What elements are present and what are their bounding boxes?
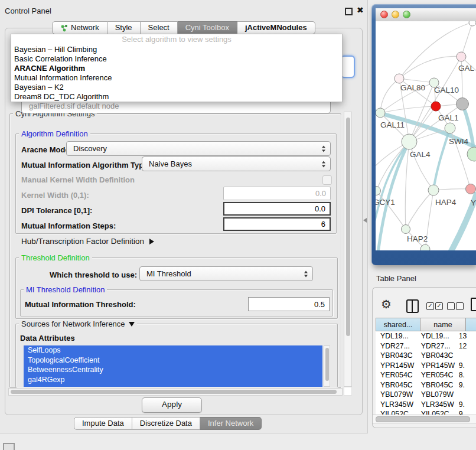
aracne-mode-combo[interactable]: Discovery: [66, 141, 331, 156]
node-label-gal1: GAL1: [438, 113, 459, 122]
table-row[interactable]: YLR345WYLR345W9.: [376, 400, 476, 410]
select-all-checkbox-icon[interactable]: ✓: [435, 302, 443, 310]
gear-icon[interactable]: ⚙: [381, 297, 392, 311]
network-node[interactable]: [467, 147, 476, 161]
tab-impute-data[interactable]: Impute Data: [74, 417, 132, 430]
tab-label: Impute Data: [82, 417, 124, 430]
table-cell: YBR045C: [415, 381, 455, 389]
network-node-gal4[interactable]: [402, 134, 417, 149]
hub-definition-label: Hub/Transcription Factor Definition: [21, 237, 144, 246]
data-attribute-item-gal4rgexp[interactable]: gal4RGexp: [24, 375, 322, 385]
deselect-all-checkbox-icon[interactable]: [456, 302, 464, 310]
traffic-zoom-button[interactable]: [403, 11, 410, 18]
algorithm-option-bayesian-k2[interactable]: Bayesian – K2: [11, 83, 342, 92]
mi-steps-input[interactable]: 6: [223, 217, 331, 231]
tab-discretize-data[interactable]: Discretize Data: [132, 417, 200, 430]
float-window-icon[interactable]: [345, 8, 353, 15]
node-label-gal4: GAL4: [410, 150, 431, 159]
tab-infer-network[interactable]: Infer Network: [200, 417, 262, 430]
algorithm-option-mutual-information-inference[interactable]: Mutual Information Inference: [11, 73, 342, 83]
settings-hscrollbar[interactable]: [8, 388, 343, 396]
traffic-close-button[interactable]: [380, 11, 388, 18]
network-node-gcy1[interactable]: [376, 187, 381, 195]
mi-threshold-group-label: MI Threshold Definition: [24, 285, 107, 294]
select-all-checkbox-icon[interactable]: ✓: [426, 302, 434, 310]
algorithm-option-bayesian-hill-climbing[interactable]: Bayesian – Hill Climbing: [11, 45, 342, 54]
table-hscroll-thumb[interactable]: [376, 416, 470, 422]
minimized-panel-icon[interactable]: [3, 443, 15, 450]
settings-vscrollbar[interactable]: [344, 112, 352, 387]
network-node-hap4[interactable]: [428, 185, 439, 195]
list-vscroll-thumb[interactable]: [325, 348, 329, 381]
algorithm-option-dream8-dc-tdc-algorithm[interactable]: Dream8 DC_TDC Algorithm: [11, 92, 342, 102]
hub-definition-toggle[interactable]: Hub/Transcription Factor Definition: [21, 237, 154, 246]
traffic-minimize-button[interactable]: [392, 11, 399, 18]
node-label-gcy1: GCY1: [376, 198, 395, 207]
data-attribute-item-selfloops[interactable]: SelfLoops: [24, 345, 322, 356]
kernel-width-input[interactable]: 0.0: [223, 187, 331, 200]
network-titlebar[interactable]: [376, 8, 476, 22]
data-attributes-list[interactable]: SelfLoopsTopologicalCoefficientBetweenne…: [24, 345, 322, 387]
node-label-gal11: GAL11: [380, 120, 405, 129]
table-row[interactable]: YER054CYER054C8.: [376, 370, 476, 380]
table-cell: YPR145W: [376, 361, 415, 370]
deselect-all-checkbox-icon[interactable]: [447, 302, 455, 310]
data-attribute-item-betweennesscentrality[interactable]: BetweennessCentrality: [24, 365, 322, 375]
network-node-y[interactable]: [466, 184, 476, 194]
network-node-gal[interactable]: [457, 52, 466, 61]
node-label-hap2: HAP2: [407, 234, 428, 243]
network-node-swi4[interactable]: [445, 123, 455, 133]
sources-group-label[interactable]: Sources for Network Inference: [19, 319, 137, 328]
tab-style[interactable]: Style: [107, 21, 141, 34]
column-header-name[interactable]: name: [420, 318, 466, 331]
tab-select[interactable]: Select: [141, 21, 178, 34]
table-row[interactable]: YBL079WYBL079W: [376, 390, 476, 400]
which-threshold-combo[interactable]: MI Threshold: [139, 266, 313, 281]
node-label-gal80: GAL80: [400, 83, 425, 92]
dpi-tolerance-input[interactable]: 0.0: [223, 202, 331, 216]
mi-threshold-input[interactable]: 0.5: [248, 297, 330, 311]
node-label-gal: GAL: [458, 64, 475, 73]
table-cell: YBR043C: [376, 351, 415, 360]
manual-kernel-checkbox[interactable]: [322, 175, 332, 185]
network-node-gal11[interactable]: [376, 108, 385, 118]
table-row[interactable]: YBR045CYBR045C9.: [376, 380, 476, 390]
tab-network[interactable]: Network: [52, 21, 107, 34]
close-icon[interactable]: ✖: [357, 5, 364, 15]
algorithm-option-basic-correlation-inference[interactable]: Basic Correlation Inference: [11, 54, 342, 64]
mi-type-combo[interactable]: Naive Bayes: [142, 156, 331, 171]
scrollbar-corner: [344, 387, 352, 396]
show-columns-icon[interactable]: [406, 299, 419, 313]
network-canvas[interactable]: GALGAL80GAL10GAL1SWI4GAL11GAL4HAP4YGCY1H…: [376, 21, 476, 250]
network-node-hap2[interactable]: [402, 225, 410, 234]
table-row[interactable]: YBR043CYBR043C: [376, 351, 476, 361]
network-node[interactable]: [469, 21, 476, 26]
settings-vscroll-thumb[interactable]: [346, 118, 350, 336]
export-table-icon[interactable]: [471, 298, 476, 311]
apply-button[interactable]: Apply: [142, 397, 202, 413]
table-header: shared...name: [376, 318, 476, 331]
focused-spinner[interactable]: [341, 56, 355, 78]
panel-collapse-arrow-icon[interactable]: [363, 218, 367, 223]
table-row[interactable]: YIL052CYIL052C9: [376, 409, 476, 415]
network-node-gal1[interactable]: [457, 98, 469, 110]
table-row[interactable]: YDR27...YDR27...12: [376, 341, 476, 351]
settings-hscroll-thumb[interactable]: [11, 390, 337, 394]
tab-cyni-toolbox[interactable]: Cyni Toolbox: [178, 21, 237, 34]
column-header[interactable]: [466, 318, 476, 331]
data-attribute-item-topologicalcoefficient[interactable]: TopologicalCoefficient: [24, 356, 322, 366]
algorithm-option-aracne-algorithm[interactable]: ARACNE Algorithm: [11, 64, 342, 73]
tab-jactivemnodules[interactable]: jActiveMNodules: [237, 21, 315, 34]
mi-threshold-label: Mutual Information Threshold:: [25, 300, 136, 309]
table-hscrollbar[interactable]: [373, 415, 476, 424]
table-cell: 8.: [455, 371, 476, 379]
table-row[interactable]: YPR145WYPR145W9.: [376, 361, 476, 371]
network-node-gal80[interactable]: [395, 74, 404, 83]
list-vscrollbar[interactable]: [324, 345, 330, 387]
table-cell: YIL052C: [415, 410, 455, 415]
which-threshold-label: Which threshold to use:: [50, 270, 137, 279]
network-node[interactable]: [431, 102, 441, 111]
table-row[interactable]: YDL19...YDL19...13: [376, 331, 476, 341]
column-header-shared[interactable]: shared...: [376, 318, 420, 331]
table-cell: 9.: [455, 381, 476, 389]
